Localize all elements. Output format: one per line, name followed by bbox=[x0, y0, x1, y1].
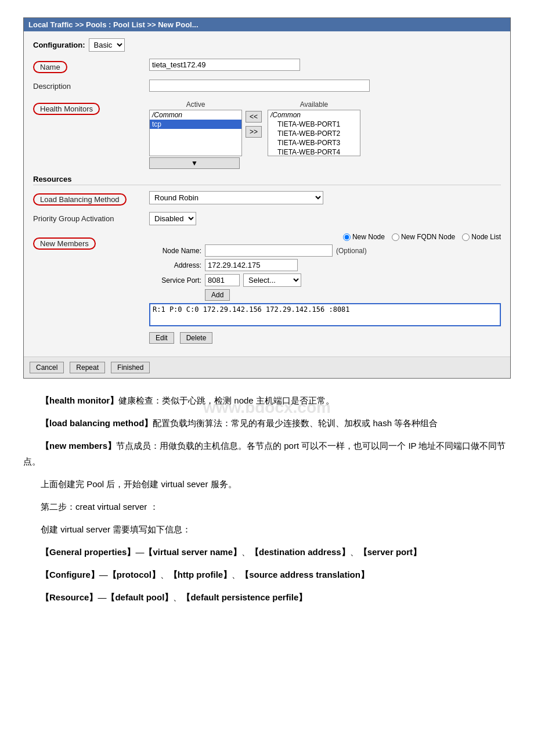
radio-new-fqdn-input[interactable] bbox=[392, 233, 399, 241]
service-port-select[interactable]: Select... bbox=[243, 273, 301, 287]
available-item-3[interactable]: TIETA-WEB-PORT3 bbox=[268, 138, 360, 147]
active-item-common[interactable]: /Common bbox=[150, 110, 241, 120]
panel-header: Local Traffic >> Pools : Pool List >> Ne… bbox=[24, 18, 510, 31]
p6-text: 创建 virtual server 需要填写如下信息： bbox=[41, 524, 191, 534]
p9-bold2: 【default pool】 bbox=[106, 592, 173, 602]
radio-new-node-input[interactable] bbox=[343, 233, 351, 241]
available-list[interactable]: /Common TIETA-WEB-PORT1 TIETA-WEB-PORT2 … bbox=[268, 110, 360, 156]
available-header: Available bbox=[268, 100, 360, 109]
p7-bold3: 【destination address】 bbox=[250, 547, 350, 557]
p5-text: 第二步：creat virtual server ： bbox=[41, 502, 158, 512]
p1-text: 健康检查：类似于心跳，检测 node 主机端口是否正常。 bbox=[118, 395, 334, 405]
available-item-4[interactable]: TIETA-WEB-PORT4 bbox=[268, 147, 360, 156]
priority-select[interactable]: Disabled bbox=[149, 212, 196, 225]
p9-sep1: 、 bbox=[173, 592, 182, 602]
description-row: Description bbox=[33, 80, 501, 95]
p9-bold3: 【default persistence perfile】 bbox=[182, 592, 307, 602]
bottom-buttons: Cancel Repeat Finished bbox=[24, 357, 510, 378]
scroll-down-btn[interactable]: ▼ bbox=[149, 157, 240, 169]
move-left-btn[interactable]: << bbox=[246, 111, 262, 123]
lb-method-oval: Load Balancing Method bbox=[33, 193, 127, 206]
add-button[interactable]: Add bbox=[205, 289, 230, 301]
node-name-optional: (Optional) bbox=[336, 247, 367, 255]
health-monitors-label: Health Monitors bbox=[33, 100, 149, 115]
repeat-button[interactable]: Repeat bbox=[70, 362, 105, 373]
p4-text: 上面创建完 Pool 后，开始创建 virtual sever 服务。 bbox=[41, 479, 237, 489]
panel-body: Configuration: Basic Name Description He… bbox=[24, 31, 510, 357]
active-col: Active /Common tcp ▼ bbox=[149, 100, 242, 169]
new-members-row: New Members New Node New FQDN Node No bbox=[33, 233, 501, 344]
p2-text: 配置负载均衡算法：常见的有最少连接数、轮训、加权或 hash 等各种组合 bbox=[153, 418, 438, 428]
p7-sep2: 、 bbox=[350, 547, 359, 557]
service-port-label: Service Port: bbox=[149, 276, 201, 285]
p9-bold1: 【Resource】 bbox=[41, 592, 98, 602]
node-name-row: Node Name: (Optional) bbox=[149, 244, 501, 257]
member-entry[interactable]: R:1 P:0 C:0 172.29.142.156 172.29.142.15… bbox=[153, 305, 497, 314]
paragraph-6: 创建 virtual server 需要填写如下信息： bbox=[23, 521, 511, 537]
address-row: Address: bbox=[149, 259, 501, 271]
address-label: Address: bbox=[149, 261, 201, 269]
pool-config-panel: Local Traffic >> Pools : Pool List >> Ne… bbox=[23, 17, 511, 379]
body-text: 【health monitor】健康检查：类似于心跳，检测 node 主机端口是… bbox=[23, 393, 511, 605]
p8-bold1: 【Configure】 bbox=[41, 570, 99, 579]
p8-sep2: 、 bbox=[232, 570, 240, 579]
paragraph-3: 【new members】节点成员：用做负载的主机信息。各节点的 port 可以… bbox=[23, 438, 511, 469]
p1-bold: 【health monitor】 bbox=[41, 395, 118, 405]
lb-method-select[interactable]: Round Robin bbox=[149, 191, 323, 204]
finished-button[interactable]: Finished bbox=[111, 362, 150, 373]
available-item-1[interactable]: TIETA-WEB-PORT1 bbox=[268, 120, 360, 129]
config-select[interactable]: Basic bbox=[89, 38, 125, 52]
paragraph-4: 上面创建完 Pool 后，开始创建 virtual sever 服务。 bbox=[23, 476, 511, 492]
name-input[interactable] bbox=[149, 59, 300, 71]
move-right-btn[interactable]: >> bbox=[246, 126, 262, 138]
health-monitors-row: Health Monitors Active /Common tcp ▼ << … bbox=[33, 100, 501, 169]
configuration-row: Configuration: Basic bbox=[33, 38, 501, 52]
p7-dash1: — bbox=[135, 547, 144, 557]
paragraph-2: 【load balancing method】配置负载均衡算法：常见的有最少连接… bbox=[23, 415, 511, 431]
radio-new-fqdn[interactable]: New FQDN Node bbox=[392, 233, 455, 241]
paragraph-1: 【health monitor】健康检查：类似于心跳，检测 node 主机端口是… bbox=[23, 393, 511, 408]
health-monitors-control: Active /Common tcp ▼ << >> Available bbox=[149, 100, 501, 169]
health-monitors-oval: Health Monitors bbox=[33, 103, 100, 115]
paragraph-8: 【Configure】—【protocol】、【http profile】、【s… bbox=[23, 567, 511, 582]
node-name-input[interactable] bbox=[205, 244, 333, 257]
lb-method-control: Round Robin bbox=[149, 191, 501, 204]
name-control bbox=[149, 59, 501, 71]
service-port-input[interactable] bbox=[205, 274, 240, 286]
address-input[interactable] bbox=[205, 259, 298, 271]
p7-sep1: 、 bbox=[241, 547, 250, 557]
radio-new-node-label: New Node bbox=[352, 233, 385, 241]
transfer-buttons: << >> bbox=[246, 100, 264, 138]
delete-button[interactable]: Delete bbox=[180, 332, 213, 344]
available-item-2[interactable]: TIETA-WEB-PORT2 bbox=[268, 129, 360, 138]
node-name-label: Node Name: bbox=[149, 247, 201, 255]
available-folder[interactable]: /Common bbox=[268, 110, 360, 120]
priority-row: Priority Group Activation Disabled bbox=[33, 212, 501, 227]
radio-new-fqdn-label: New FQDN Node bbox=[401, 233, 455, 241]
new-members-label: New Members bbox=[33, 233, 149, 250]
radio-new-node[interactable]: New Node bbox=[343, 233, 385, 241]
description-label: Description bbox=[33, 80, 149, 91]
description-input[interactable] bbox=[149, 80, 370, 92]
name-label: Name bbox=[33, 59, 149, 73]
active-item-tcp[interactable]: tcp bbox=[150, 120, 241, 129]
edit-button[interactable]: Edit bbox=[149, 332, 174, 344]
description-control bbox=[149, 80, 501, 92]
cancel-button[interactable]: Cancel bbox=[30, 362, 64, 373]
panel-header-text: Local Traffic >> Pools : Pool List >> Ne… bbox=[28, 20, 199, 29]
paragraph-7: 【General properties】—【virtual server nam… bbox=[23, 544, 511, 560]
resources-title: Resources bbox=[33, 175, 501, 185]
members-list[interactable]: R:1 P:0 C:0 172.29.142.156 172.29.142.15… bbox=[149, 303, 501, 326]
p8-bold4: 【source address translation】 bbox=[240, 570, 369, 579]
lb-method-row: Load Balancing Method Round Robin bbox=[33, 191, 501, 206]
priority-label: Priority Group Activation bbox=[33, 212, 149, 223]
config-label: Configuration: bbox=[33, 41, 85, 49]
paragraph-9: 【Resource】—【default pool】、【default persi… bbox=[23, 589, 511, 605]
active-header: Active bbox=[149, 100, 242, 109]
active-list[interactable]: /Common tcp bbox=[149, 110, 242, 156]
new-members-radio-group: New Node New FQDN Node Node List bbox=[149, 233, 501, 241]
radio-node-list-input[interactable] bbox=[462, 233, 470, 241]
radio-node-list[interactable]: Node List bbox=[462, 233, 501, 241]
lb-method-label: Load Balancing Method bbox=[33, 191, 149, 206]
p9-dash1: — bbox=[98, 592, 106, 602]
